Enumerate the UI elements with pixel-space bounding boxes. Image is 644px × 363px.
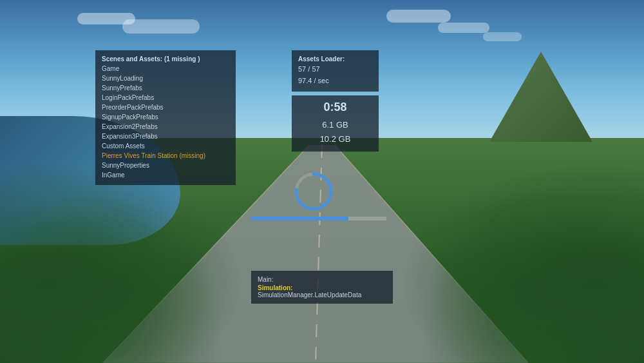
forest-left — [0, 163, 245, 363]
cloud-2 — [122, 19, 200, 34]
main-label: Main: — [258, 276, 386, 283]
timer-value: 0:58 — [298, 101, 372, 114]
simulation-label: Simulation: — [258, 284, 386, 291]
scene-item: SunnyLoading — [102, 74, 229, 83]
memory-value-1: 6.1 GB — [298, 118, 372, 132]
scene-item: Custom Assets — [102, 141, 229, 151]
assets-loader-title: Assets Loader: — [298, 55, 372, 63]
timer-panel: 0:58 6.1 GB 10.2 GB — [292, 95, 379, 152]
progress-bar-container — [251, 217, 386, 221]
assets-loader-rate: 97.4 / sec — [298, 75, 372, 87]
simulation-value: SimulationManager.LateUpdateData — [258, 291, 386, 299]
loading-circle — [291, 169, 336, 214]
scene-item: Pierres Vives Train Station (missing) — [102, 151, 229, 161]
assets-loader-count: 57 / 57 — [298, 64, 372, 75]
main-panel: Main: Simulation: SimulationManager.Late… — [251, 271, 393, 304]
cloud-4 — [438, 23, 489, 33]
cloud-5 — [483, 32, 522, 41]
scene-item: PreorderPackPrefabs — [102, 103, 229, 112]
scene-item: LoginPackPrefabs — [102, 93, 229, 103]
scene-item: SunnyProperties — [102, 161, 229, 170]
memory-value-2: 10.2 GB — [298, 132, 372, 146]
scene-item: SunnyPrefabs — [102, 83, 229, 93]
assets-loader-panel: Assets Loader: 57 / 57 97.4 / sec — [292, 50, 379, 92]
scene-item: Expansion3Prefabs — [102, 132, 229, 141]
scene-item: InGame — [102, 170, 229, 180]
forest-right — [399, 163, 644, 363]
scene-item: SignupPackPrefabs — [102, 112, 229, 122]
scenes-panel: Scenes and Assets: (1 missing ) GameSunn… — [95, 50, 236, 185]
scenes-panel-title: Scenes and Assets: (1 missing ) — [102, 55, 229, 63]
scene-item: Expansion2Prefabs — [102, 122, 229, 132]
scene-item: Game — [102, 64, 229, 74]
progress-bar-fill — [251, 217, 348, 221]
cloud-3 — [386, 10, 451, 23]
scenes-list: GameSunnyLoadingSunnyPrefabsLoginPackPre… — [102, 64, 229, 180]
